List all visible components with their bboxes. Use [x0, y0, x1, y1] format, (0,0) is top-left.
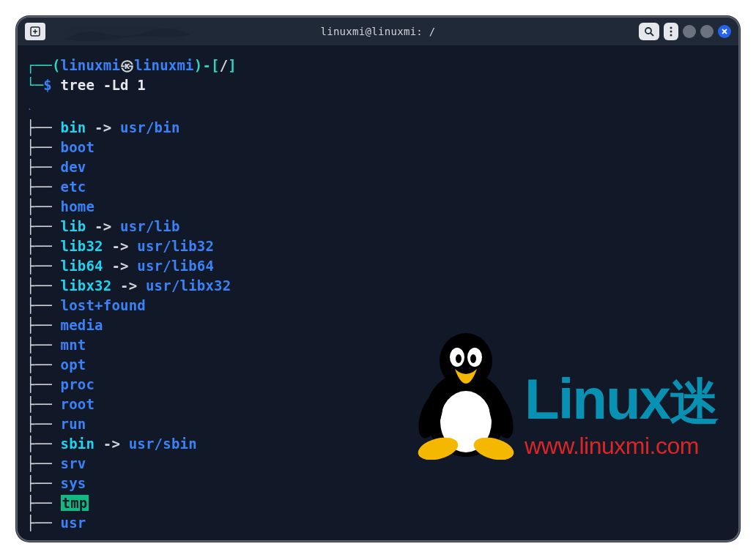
tree-entry: ├── mnt: [26, 335, 730, 355]
close-button[interactable]: [718, 25, 731, 38]
link-target: usr/lib64: [137, 258, 214, 274]
tree-entry: ├── media: [26, 316, 730, 335]
link-arrow: ->: [103, 258, 138, 274]
tree-branch: ├──: [26, 139, 61, 155]
tree-entry-name: bin: [61, 119, 86, 135]
tree-entry: ├── lib32 -> usr/lib32: [26, 236, 730, 256]
svg-point-5: [670, 27, 672, 29]
tree-entry: ├── lost+found: [26, 296, 730, 316]
terminal-window: linuxmi@linuxmi: / ┌──(linuxmi㉿linuxmi)-…: [16, 16, 740, 542]
prompt-paren-close: ): [194, 56, 203, 75]
prompt-bracket-close: ]: [228, 56, 237, 75]
tree-entry: ├── boot: [26, 138, 730, 157]
new-tab-button[interactable]: [25, 23, 45, 40]
tree-entry: ├── sys: [26, 474, 730, 493]
tree-branch: ├──: [26, 356, 61, 373]
tree-entry-name: libx32: [61, 277, 112, 294]
link-target: usr/lib32: [137, 238, 214, 254]
tree-root-dot: .: [28, 98, 730, 118]
tree-entry-name: boot: [61, 139, 95, 155]
window-title: linuxmi@linuxmi: /: [320, 26, 435, 37]
skull-icon: ㉿: [120, 56, 134, 75]
tree-entry-name: home: [61, 198, 95, 214]
tree-entry-name: run: [61, 416, 86, 432]
tree-branch: ├──: [26, 416, 61, 432]
menu-button[interactable]: [664, 23, 678, 40]
link-arrow: ->: [111, 277, 146, 294]
tree-entry: ├── sbin -> usr/sbin: [26, 434, 730, 454]
tree-entry-name: media: [61, 317, 103, 333]
tree-entry: ├── home: [26, 197, 730, 217]
tree-branch: ├──: [26, 179, 61, 195]
tree-branch: ├──: [26, 218, 61, 234]
tree-entry-name: sys: [61, 475, 86, 491]
tree-branch: ├──: [26, 238, 61, 254]
prompt-host: linuxmi: [134, 56, 193, 75]
svg-point-3: [645, 28, 651, 34]
tree-branch: ├──: [26, 317, 61, 333]
tree-branch: ├──: [26, 515, 61, 531]
link-arrow: ->: [103, 238, 138, 254]
tree-entry-name: lib32: [61, 238, 103, 254]
tree-entry-name: proc: [61, 376, 95, 392]
tree-entry: ├── srv: [26, 454, 730, 474]
maximize-button[interactable]: [700, 25, 714, 38]
svg-line-4: [651, 33, 653, 36]
tree-branch: ├──: [26, 455, 61, 471]
command-text: tree -Ld 1: [61, 77, 146, 93]
tree-branch: ├──: [26, 495, 61, 511]
minimize-button[interactable]: [683, 25, 696, 38]
tree-entry: ├── libx32 -> usr/libx32: [26, 276, 730, 296]
link-arrow: ->: [86, 119, 120, 135]
prompt-corner-bottom: └─: [26, 77, 43, 93]
tree-entry: ├── lib -> usr/lib: [26, 217, 730, 236]
tree-entry-name: mnt: [61, 337, 86, 353]
tree-entry: ├── root: [26, 395, 730, 414]
tree-entry-name: lost+found: [61, 297, 146, 313]
terminal-body[interactable]: ┌──(linuxmi㉿linuxmi)-[/] └─$ tree -Ld 1 …: [18, 45, 738, 542]
prompt-corner-top: ┌──: [26, 56, 52, 75]
tree-branch: ├──: [26, 159, 61, 175]
tree-entry-name: etc: [61, 179, 86, 195]
titlebar-controls: [639, 23, 731, 40]
svg-point-7: [670, 34, 672, 37]
prompt-bracket-open: [: [211, 56, 220, 75]
tree-entry-name: root: [61, 396, 95, 412]
link-target: usr/bin: [120, 119, 179, 135]
tree-branch: ├──: [26, 396, 61, 412]
tree-branch: ├──: [26, 475, 61, 491]
prompt-user: linuxmi: [61, 56, 120, 75]
titlebar: linuxmi@linuxmi: /: [18, 18, 738, 45]
prompt-dash: -: [202, 56, 211, 75]
prompt-line-1: ┌──(linuxmi㉿linuxmi)-[/]: [26, 56, 730, 75]
link-arrow: ->: [86, 218, 120, 234]
link-target: usr/sbin: [129, 436, 197, 452]
tree-entry: ├── lib64 -> usr/lib64: [26, 256, 730, 276]
link-target: usr/libx32: [146, 277, 231, 294]
tree-entry-name: lib64: [61, 258, 103, 274]
link-arrow: ->: [94, 436, 129, 452]
tree-branch: ├──: [26, 198, 61, 214]
tree-entry: ├── tmp: [26, 493, 730, 513]
svg-point-6: [670, 31, 672, 33]
tree-entry: ├── dev: [26, 157, 730, 177]
tree-entry: ├── run: [26, 414, 730, 434]
search-button[interactable]: [639, 23, 659, 40]
tree-entry-name: opt: [61, 356, 86, 373]
tree-branch: ├──: [26, 119, 61, 135]
tree-output: . ├── bin -> usr/bin├── boot├── dev├── e…: [26, 98, 730, 533]
prompt-path: /: [220, 56, 229, 75]
tree-entry: ├── usr: [26, 513, 730, 533]
tree-branch: ├──: [26, 297, 61, 313]
tree-entry-name: srv: [61, 455, 86, 471]
tree-entry-name: lib: [61, 218, 86, 234]
tree-branch: ├──: [26, 376, 61, 392]
link-target: usr/lib: [120, 218, 179, 234]
tree-branch: ├──: [26, 337, 61, 353]
dragon-logo: [62, 23, 193, 45]
tree-entry-name: sbin: [61, 436, 95, 452]
tree-entry-name: usr: [61, 515, 86, 531]
tree-entry: ├── bin -> usr/bin: [26, 118, 730, 138]
prompt-paren-open: (: [52, 56, 61, 75]
tree-entry: ├── etc: [26, 177, 730, 197]
